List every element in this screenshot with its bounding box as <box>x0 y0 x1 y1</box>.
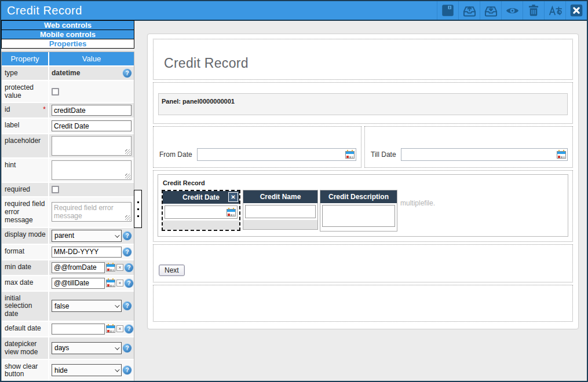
property-row: min date×? <box>2 260 134 275</box>
property-row: placeholder <box>2 134 134 157</box>
property-label: datepicker view mode <box>2 337 48 359</box>
calendar-icon[interactable] <box>106 278 115 288</box>
empty-section[interactable] <box>153 285 573 322</box>
next-button[interactable]: Next <box>159 265 185 276</box>
tab-properties[interactable]: Properties <box>1 39 134 49</box>
calendar-icon[interactable] <box>557 150 566 159</box>
help-icon[interactable]: ? <box>123 248 132 256</box>
delete-button[interactable] <box>523 1 544 20</box>
select-dropdown[interactable]: parent <box>52 230 122 242</box>
grid-column-header[interactable]: Credit Description <box>320 190 397 203</box>
date-field-container[interactable]: From Date <box>153 126 361 168</box>
grid-title: Credit Record <box>163 179 564 186</box>
property-static-value: datetime <box>52 69 122 77</box>
property-label: protected value <box>2 81 48 102</box>
select-dropdown[interactable]: days <box>52 342 122 354</box>
help-icon[interactable]: ? <box>125 325 133 333</box>
textarea-input[interactable] <box>52 202 132 222</box>
grid-textarea-input[interactable] <box>322 205 395 227</box>
localization-button[interactable] <box>544 1 565 20</box>
panel-section[interactable]: Panel: panel0000000001 <box>153 82 573 124</box>
panel-element[interactable]: Panel: panel0000000001 <box>158 93 568 115</box>
help-icon[interactable]: ? <box>123 232 132 240</box>
date-field <box>197 148 356 161</box>
save-button[interactable] <box>437 1 458 20</box>
grid-column[interactable]: Credit Description <box>320 190 397 232</box>
form-canvas: Credit Record Panel: panel0000000001 Fro… <box>147 34 579 329</box>
checkbox[interactable] <box>52 88 59 95</box>
property-value <box>49 197 134 226</box>
clear-date-icon[interactable]: × <box>116 264 123 271</box>
help-icon[interactable]: ? <box>123 366 132 374</box>
grid-column[interactable]: Credit Name <box>243 190 318 230</box>
help-icon[interactable]: ? <box>125 279 133 288</box>
chevron-down-icon <box>115 368 119 372</box>
select-dropdown[interactable]: hide <box>52 364 122 376</box>
grid-text-input[interactable] <box>245 205 316 218</box>
eye-icon <box>505 3 520 19</box>
upload-button[interactable] <box>458 1 480 20</box>
text-input[interactable] <box>52 120 132 131</box>
grid-column-body <box>243 203 317 220</box>
property-value: ×? <box>49 276 134 291</box>
grid-column[interactable]: Credit Date✕ <box>162 190 240 231</box>
property-value: ×? <box>49 260 134 275</box>
help-icon[interactable]: ? <box>123 344 132 352</box>
text-input[interactable] <box>52 105 132 116</box>
textarea-wrap <box>52 202 132 222</box>
form-builder-window: Credit Record <box>0 0 588 382</box>
tab-web-controls[interactable]: Web controls <box>1 20 134 30</box>
grid-column-header[interactable]: Credit Date✕ <box>163 191 239 204</box>
translate-icon <box>547 3 563 19</box>
value-column-header: Value <box>49 52 134 65</box>
date-input[interactable] <box>52 278 105 289</box>
date-text-input[interactable] <box>401 148 568 161</box>
textarea-input[interactable] <box>52 136 132 156</box>
grid-columns: Credit Date✕Credit NameCredit Descriptio… <box>162 190 564 232</box>
grid-column-body <box>320 203 397 231</box>
property-rows: typedatetime?protected valueid*labelplac… <box>2 67 134 382</box>
help-icon[interactable]: ? <box>123 69 132 78</box>
sidebar-collapse-handle[interactable] <box>134 190 142 228</box>
clear-date-icon[interactable]: × <box>116 325 123 332</box>
help-icon[interactable]: ? <box>123 302 132 310</box>
select-dropdown[interactable]: false <box>52 300 122 312</box>
textarea-input[interactable] <box>52 160 132 180</box>
property-row: required field error message <box>2 197 134 226</box>
help-icon[interactable]: ? <box>125 263 133 272</box>
property-label: label <box>2 119 48 133</box>
calendar-icon[interactable] <box>106 324 115 333</box>
close-button[interactable] <box>565 1 587 20</box>
grid-section[interactable]: Credit Record Credit Date✕Credit NameCre… <box>153 170 573 242</box>
download-button[interactable] <box>480 1 501 20</box>
property-row: max date×? <box>2 276 134 291</box>
property-row: display modeparent? <box>2 228 134 244</box>
date-input[interactable] <box>52 324 105 335</box>
clear-date-icon[interactable]: × <box>116 280 123 286</box>
property-row: protected value <box>2 81 134 102</box>
property-label: placeholder <box>2 134 48 157</box>
checkbox[interactable] <box>52 186 59 193</box>
date-text-input[interactable] <box>197 148 356 161</box>
property-value: false? <box>49 292 134 321</box>
calendar-icon[interactable] <box>345 150 355 159</box>
text-input[interactable] <box>52 247 122 258</box>
grid-element[interactable]: Credit Record Credit Date✕Credit NameCre… <box>158 174 568 237</box>
date-input[interactable] <box>52 262 105 273</box>
property-row: show clear buttonhide? <box>2 360 134 381</box>
form-title-section[interactable]: Credit Record <box>153 39 573 80</box>
calendar-icon[interactable] <box>227 208 236 217</box>
remove-column-icon[interactable]: ✕ <box>228 192 238 202</box>
panel-label: Panel: panel0000000001 <box>162 98 235 105</box>
property-value: parent? <box>49 228 134 244</box>
grid-column-header[interactable]: Credit Name <box>243 190 317 203</box>
property-label: type <box>2 67 48 80</box>
preview-button[interactable] <box>501 1 523 20</box>
property-value: hide? <box>49 360 134 381</box>
chevron-down-icon <box>115 345 119 350</box>
calendar-icon[interactable] <box>106 263 115 272</box>
date-field-container[interactable]: Till Date <box>364 126 573 168</box>
toolbar <box>437 1 587 20</box>
tab-mobile-controls[interactable]: Mobile controls <box>1 30 134 39</box>
button-section[interactable]: Next <box>153 244 573 282</box>
